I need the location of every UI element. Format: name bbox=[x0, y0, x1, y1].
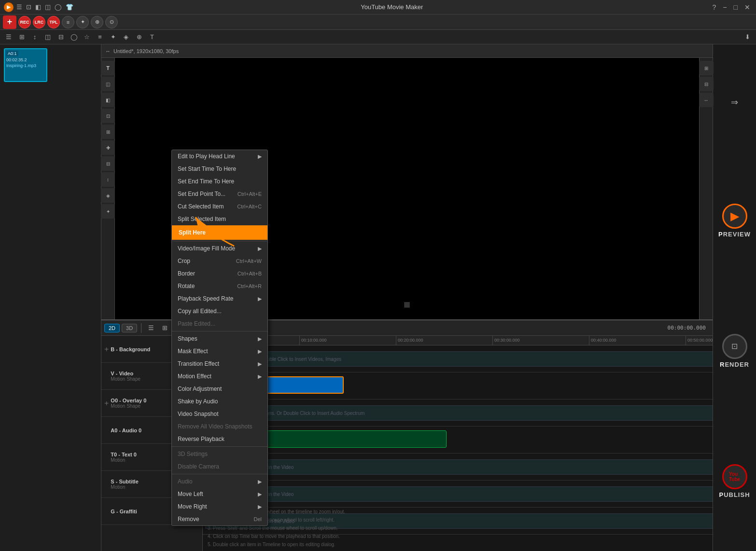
cm-border[interactable]: Border Ctrl+Alt+B bbox=[172, 267, 267, 280]
cm-crop[interactable]: Crop Ctrl+Alt+W bbox=[172, 255, 267, 267]
track-content-OO: Overlay Videos, Images, Icons. Or Double… bbox=[203, 399, 713, 427]
side-icon-T[interactable]: T bbox=[101, 61, 115, 75]
cm-move-left[interactable]: Move Left ▶ bbox=[172, 488, 267, 500]
ruler-mark-40: 00:40:00.000 bbox=[589, 336, 616, 345]
cm-copy-all-edited[interactable]: Copy all Edited... bbox=[172, 305, 267, 317]
profile-button[interactable]: ⊙ bbox=[105, 16, 118, 28]
cm-mask-effect[interactable]: Mask Effect ▶ bbox=[172, 345, 267, 358]
render-icon: ⊡ bbox=[731, 342, 738, 351]
cm-color-adjustment[interactable]: Color Adjustment bbox=[172, 383, 267, 395]
side-icon-3[interactable]: ⊡ bbox=[101, 109, 115, 123]
cm-label-crop: Crop bbox=[178, 258, 190, 264]
top-toolbar: + REC LRC TPL ≡ ✦ ⊕ ⊙ bbox=[0, 14, 756, 30]
title-bar: ▶ ☰ ⊡ ◧ ◫ ◯ 👕 YouTube Movie Maker ? − □ … bbox=[0, 0, 756, 14]
cm-set-end[interactable]: Set End Time To Here bbox=[172, 175, 267, 188]
cm-label-cut-selected: Cut Selected Item bbox=[178, 203, 224, 210]
cm-label-move-left: Move Left bbox=[178, 491, 203, 497]
maximize-btn[interactable]: □ bbox=[732, 2, 740, 12]
side-icon-4[interactable]: ⊞ bbox=[101, 124, 115, 139]
side-icon-7[interactable]: ↕ bbox=[101, 172, 115, 187]
cm-set-end-point[interactable]: Set End Point To... Ctrl+Alt+E bbox=[172, 188, 267, 200]
mode-2d-button[interactable]: 2D bbox=[104, 324, 120, 332]
tb2-icon-9[interactable]: ✦ bbox=[107, 31, 119, 43]
cm-transition-effect[interactable]: Transition Effect ▶ bbox=[172, 358, 267, 370]
tb2-icon-11[interactable]: ⊕ bbox=[133, 31, 145, 43]
tb2-icon-10[interactable]: ◈ bbox=[120, 31, 132, 43]
toolbar-mini-icon4[interactable]: ◫ bbox=[45, 3, 51, 11]
cm-remove[interactable]: Remove Del bbox=[172, 513, 267, 525]
lrc-button[interactable]: LRC bbox=[33, 16, 45, 28]
help-btn[interactable]: ? bbox=[711, 2, 718, 12]
cm-playback-speed[interactable]: Playback Speed Rate ▶ bbox=[172, 292, 267, 305]
tl-tb-icon-2[interactable]: ⊞ bbox=[159, 322, 170, 334]
tpl-button[interactable]: TPL bbox=[47, 16, 60, 28]
right-icon-3[interactable]: ↔ bbox=[699, 93, 714, 107]
timeline-ruler: 00:00:00.000 00:10:00.000 00:20:00.000 0… bbox=[203, 336, 713, 345]
cm-rotate[interactable]: Rotate Ctrl+Alt+R bbox=[172, 280, 267, 292]
track-add-B[interactable]: + bbox=[104, 345, 109, 354]
cm-shake-audio[interactable]: Shake by Audio bbox=[172, 395, 267, 408]
rec-button[interactable]: REC bbox=[18, 16, 31, 28]
tl-tb-icon-1[interactable]: ☰ bbox=[145, 322, 157, 334]
settings-button[interactable]: ⊕ bbox=[91, 16, 103, 28]
cm-move-right[interactable]: Move Right ▶ bbox=[172, 500, 267, 513]
right-icon-2[interactable]: ⊟ bbox=[699, 77, 714, 91]
track-add-OO[interactable]: + bbox=[104, 399, 109, 408]
add-button[interactable]: + bbox=[3, 15, 16, 29]
tb2-icon-7[interactable]: ☆ bbox=[81, 31, 93, 43]
tb2-icon-6[interactable]: ◯ bbox=[68, 31, 80, 43]
track-content-V: video editor 2.mp4 bbox=[203, 372, 713, 399]
cm-reverse-playback[interactable]: Reverse Playback bbox=[172, 433, 267, 445]
cm-set-start[interactable]: Set Start Time To Here bbox=[172, 163, 267, 175]
media-item-audio[interactable]: A0:1 00:02:35.2 Inspiring-1.mp3 bbox=[4, 48, 47, 82]
toolbar-mini-icon[interactable]: ☰ bbox=[16, 3, 22, 11]
preview-button[interactable]: ▶ PREVIEW bbox=[716, 204, 753, 238]
side-icon-9[interactable]: ✦ bbox=[101, 204, 115, 219]
second-toolbar: ☰ ⊞ ↕ ◫ ⊟ ◯ ☆ ≡ ✦ ◈ ⊕ T ⬇ bbox=[0, 30, 756, 44]
cm-sep-1 bbox=[172, 241, 267, 241]
cm-label-3d-settings: 3D Settings bbox=[178, 451, 208, 457]
minimize-btn[interactable]: − bbox=[721, 2, 728, 12]
toolbar-mini-icon5[interactable]: ◯ bbox=[55, 3, 62, 11]
toolbar-mini-icon3[interactable]: ◧ bbox=[35, 3, 41, 11]
cm-video-snapshot[interactable]: Video Snapshot bbox=[172, 408, 267, 420]
cm-split-here[interactable]: Split Here bbox=[172, 225, 267, 240]
cm-shortcut-remove: Del bbox=[253, 516, 262, 522]
cm-label-paste-edited: Paste Edited... bbox=[178, 320, 215, 327]
cm-motion-effect[interactable]: Motion Effect ▶ bbox=[172, 370, 267, 383]
list-button[interactable]: ≡ bbox=[62, 16, 74, 28]
cm-label-border: Border bbox=[178, 270, 195, 277]
mode-3d-button[interactable]: 3D bbox=[122, 324, 137, 332]
cm-cut-selected[interactable]: Cut Selected Item Ctrl+Alt+C bbox=[172, 200, 267, 213]
cm-audio: Audio ▶ bbox=[172, 475, 267, 488]
preview-icon-circle: ▶ bbox=[722, 204, 747, 229]
publish-button[interactable]: YouTube PUBLISH bbox=[716, 464, 753, 498]
render-button[interactable]: ⊡ RENDER bbox=[716, 334, 753, 368]
tb2-icon-3[interactable]: ↕ bbox=[29, 31, 41, 43]
side-icon-2[interactable]: ◧ bbox=[101, 93, 115, 107]
cm-shortcut-set-end-point: Ctrl+Alt+E bbox=[238, 191, 262, 197]
star-button[interactable]: ✦ bbox=[76, 16, 89, 28]
toolbar-mini-icon6[interactable]: 👕 bbox=[66, 3, 73, 11]
tb2-icon-4[interactable]: ◫ bbox=[42, 31, 54, 43]
side-icon-1[interactable]: ◫ bbox=[101, 77, 115, 91]
cm-split-selected[interactable]: Split Selected Item bbox=[172, 213, 267, 225]
right-icon-1[interactable]: ⊞ bbox=[699, 61, 714, 75]
cm-fill-mode[interactable]: Video/Image Fill Mode ▶ bbox=[172, 242, 267, 255]
publish-icon-circle: YouTube bbox=[722, 464, 747, 489]
cm-label-remove-snapshots: Remove All Video Snapshots bbox=[178, 423, 252, 430]
tb2-icon-13[interactable]: ⬇ bbox=[742, 31, 753, 43]
tb2-icon-8[interactable]: ≡ bbox=[94, 31, 106, 43]
cm-arrow-fill-mode: ▶ bbox=[258, 246, 262, 252]
close-btn[interactable]: ✕ bbox=[742, 2, 752, 12]
tb2-icon-12[interactable]: T bbox=[146, 31, 158, 43]
cm-edit-to-play[interactable]: Edit to Play Head Line ▶ bbox=[172, 150, 267, 163]
tb2-icon-5[interactable]: ⊟ bbox=[55, 31, 67, 43]
tb2-icon-1[interactable]: ☰ bbox=[3, 31, 14, 43]
side-icon-6[interactable]: ⊟ bbox=[101, 156, 115, 171]
side-icon-8[interactable]: ◈ bbox=[101, 188, 115, 203]
toolbar-mini-icon2[interactable]: ⊡ bbox=[26, 3, 31, 11]
cm-shapes[interactable]: Shapes ▶ bbox=[172, 332, 267, 345]
side-icon-5[interactable]: ✚ bbox=[101, 140, 115, 155]
tb2-icon-2[interactable]: ⊞ bbox=[16, 31, 28, 43]
